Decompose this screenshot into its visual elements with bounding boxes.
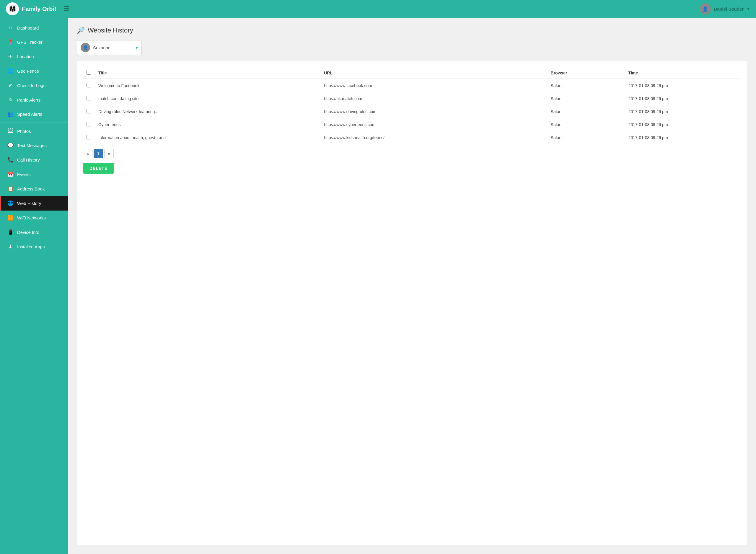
sidebar-label: Geo Fence — [17, 68, 39, 73]
row-checkbox-cell — [83, 105, 95, 118]
geofence-icon: 🌐 — [7, 68, 14, 74]
select-all-checkbox[interactable] — [86, 70, 91, 75]
col-header-time: Time — [625, 67, 741, 79]
sidebar-label: Text Messages — [17, 143, 47, 148]
sidebar-item-photos[interactable]: 🖼 Photos — [0, 124, 68, 138]
header-right: 👤 Daniel Souder ▼ — [700, 3, 750, 14]
webhistory-icon: 🌐 — [7, 200, 14, 207]
sidebar-label: Device Info — [17, 230, 39, 235]
row-checkbox[interactable] — [86, 96, 91, 100]
row-time: 2017-01-08 09:26 pm — [625, 131, 741, 144]
photos-icon: 🖼 — [7, 128, 14, 134]
sidebar-label: Installed Apps — [17, 244, 45, 249]
sidebar-item-wifi-networks[interactable]: 📶 WiFi Networks — [0, 211, 68, 225]
messages-icon: 💬 — [7, 142, 14, 149]
layout: ⌂ Dashboard 📍 GPS Tracker ✈ Location 🌐 G… — [0, 18, 756, 554]
pagination: « 1 » — [83, 149, 741, 158]
row-time: 2017-01-08 09:26 pm — [625, 92, 741, 105]
row-url: https://www.facebook.com — [321, 79, 547, 92]
hamburger-button[interactable]: ☰ — [61, 4, 72, 14]
hamburger-icon: ☰ — [63, 5, 69, 12]
sidebar-item-speed-alerts[interactable]: 👥 Speed Alerts — [0, 107, 68, 121]
sidebar-item-device-info[interactable]: 📱 Device Info — [0, 225, 68, 239]
row-title: Information about health, growth and — [95, 131, 321, 144]
sidebar-item-geo-fence[interactable]: 🌐 Geo Fence — [0, 64, 68, 78]
delete-button[interactable]: DELETE — [83, 163, 114, 174]
col-header-checkbox — [83, 67, 95, 79]
table-header-row: Title URL Browser Time — [83, 67, 741, 79]
pagination-page-1[interactable]: 1 — [94, 149, 103, 158]
dashboard-icon: ⌂ — [7, 25, 14, 31]
sidebar-label: Events — [17, 172, 31, 177]
row-browser: Safari — [547, 131, 625, 144]
table-row: Information about health, growth and htt… — [83, 131, 741, 144]
person-selector[interactable]: 👤 Suzanne ▾ — [77, 40, 142, 55]
row-checkbox[interactable] — [86, 109, 91, 113]
row-browser: Safari — [547, 92, 625, 105]
table-row: Driving rules Network featuring... https… — [83, 105, 741, 118]
table-row: Cyber teens https://www.cyberteens.com S… — [83, 118, 741, 131]
panic-icon: ☺ — [7, 97, 14, 103]
sidebar-label: Check In Logs — [17, 83, 46, 88]
sidebar-item-events[interactable]: 📅 Events — [0, 167, 68, 182]
row-checkbox[interactable] — [86, 83, 91, 88]
row-time: 2017-01-08 09:26 pm — [625, 105, 741, 118]
sidebar-label: Dashboard — [17, 25, 39, 31]
row-url: https://uk.match.com — [321, 92, 547, 105]
checkin-icon: ✔ — [7, 82, 14, 89]
row-browser: Safari — [547, 105, 625, 118]
sidebar-item-address-book[interactable]: 📋 Address Book — [0, 182, 68, 196]
table-row: match.com dating site https://uk.match.c… — [83, 92, 741, 105]
sidebar-label: Photos — [17, 129, 31, 134]
row-checkbox-cell — [83, 79, 95, 92]
sidebar-item-text-messages[interactable]: 💬 Text Messages — [0, 138, 68, 153]
row-title: Driving rules Network featuring... — [95, 105, 321, 118]
sidebar-item-location[interactable]: ✈ Location — [0, 49, 68, 64]
wifi-icon: 📶 — [7, 215, 14, 221]
sidebar-label: GPS Tracker — [17, 40, 43, 45]
device-icon: 📱 — [7, 229, 14, 235]
installedapps-icon: ⬇ — [7, 243, 14, 250]
sidebar-label: Address Book — [17, 186, 45, 191]
sidebar-item-gps-tracker[interactable]: 📍 GPS Tracker — [0, 35, 68, 49]
row-checkbox-cell — [83, 131, 95, 144]
sidebar-label: Call History — [17, 157, 40, 162]
col-header-browser: Browser — [547, 67, 625, 79]
page-title-icon: 🔎 — [77, 26, 85, 34]
sidebar-label: Panic Alerts — [17, 98, 41, 103]
logo-icon: 👨‍👩‍👧 — [6, 2, 19, 15]
col-header-url: URL — [321, 67, 547, 79]
person-name: Suzanne — [93, 45, 133, 50]
row-url: https://www.drivingrules.com — [321, 105, 547, 118]
app-name: Family Orbit — [22, 6, 56, 12]
row-url: https://www.cyberteens.com — [321, 118, 547, 131]
call-icon: 📞 — [7, 157, 14, 163]
logo-area: 👨‍👩‍👧 Family Orbit — [6, 2, 56, 15]
user-name[interactable]: Daniel Souder — [714, 6, 744, 11]
col-header-title: Title — [95, 67, 321, 79]
sidebar-item-web-history[interactable]: 🌐 Web History — [0, 196, 68, 211]
page-title-area: 🔎 Website History — [77, 26, 747, 34]
person-chevron-icon: ▾ — [135, 45, 138, 51]
row-time: 2017-01-08 09:26 pm — [625, 118, 741, 131]
sidebar-item-dashboard[interactable]: ⌂ Dashboard — [0, 21, 68, 35]
row-title: Welcome to Facebook — [95, 79, 321, 92]
top-header: 👨‍👩‍👧 Family Orbit ☰ 👤 Daniel Souder ▼ — [0, 0, 756, 18]
row-browser: Safari — [547, 118, 625, 131]
sidebar-label: Speed Alerts — [17, 112, 42, 117]
row-checkbox[interactable] — [86, 135, 91, 140]
events-icon: 📅 — [7, 171, 14, 177]
sidebar-item-call-history[interactable]: 📞 Call History — [0, 153, 68, 167]
pagination-next[interactable]: » — [104, 149, 114, 158]
row-checkbox[interactable] — [86, 122, 91, 126]
main-content: 🔎 Website History 👤 Suzanne ▾ Title URL — [68, 18, 756, 554]
table-row: Welcome to Facebook https://www.facebook… — [83, 79, 741, 92]
user-chevron-icon[interactable]: ▼ — [747, 7, 750, 11]
user-avatar: 👤 — [700, 3, 711, 14]
sidebar-item-check-in-logs[interactable]: ✔ Check In Logs — [0, 78, 68, 93]
row-title: match.com dating site — [95, 92, 321, 105]
pagination-prev[interactable]: « — [83, 149, 93, 158]
sidebar-item-installed-apps[interactable]: ⬇ Installed Apps — [0, 239, 68, 254]
sidebar-item-panic-alerts[interactable]: ☺ Panic Alerts — [0, 93, 68, 107]
person-avatar: 👤 — [80, 43, 90, 52]
